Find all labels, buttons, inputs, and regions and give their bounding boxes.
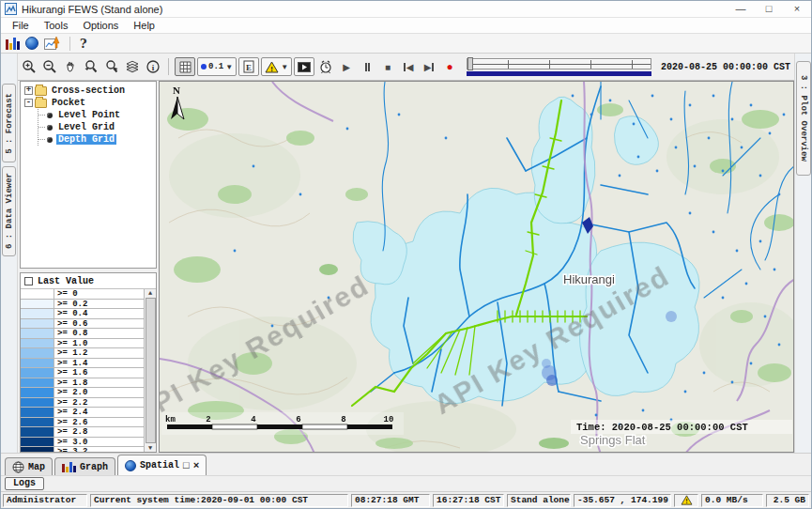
- status-warning[interactable]: !: [674, 494, 698, 507]
- expander-icon[interactable]: +: [24, 86, 33, 95]
- tab-data-viewer[interactable]: 6 : Data Viewer: [2, 166, 16, 256]
- status-user: Administrator: [3, 494, 87, 507]
- pause-button[interactable]: [358, 63, 376, 71]
- tab-spatial[interactable]: Spatial □ ×: [117, 455, 207, 475]
- map-time-label: Time: 2020-08-25 00:00:00 CST: [571, 420, 792, 434]
- collapse-icon[interactable]: -: [24, 99, 33, 107]
- main-toolbar: ?: [1, 34, 811, 54]
- legend-row[interactable]: >= 1.4: [21, 359, 144, 369]
- threshold-value: 0.1: [208, 62, 223, 71]
- zoom-out-icon[interactable]: [40, 57, 59, 76]
- time-slider-handle[interactable]: [467, 57, 473, 70]
- maximize-button[interactable]: □: [755, 1, 783, 17]
- tab-plot-overview[interactable]: 3 : Plot Overview: [796, 61, 811, 176]
- zoom-in-icon[interactable]: [20, 57, 38, 76]
- legend-swatch: [21, 398, 54, 408]
- play-button[interactable]: ▶: [337, 62, 356, 72]
- legend-row[interactable]: >= 2.8: [21, 427, 144, 438]
- legend-row[interactable]: >= 2.6: [21, 418, 144, 428]
- timeseries-chart-icon[interactable]: [6, 37, 20, 50]
- time-slider[interactable]: [467, 58, 651, 76]
- zoom-previous-icon[interactable]: [82, 57, 100, 76]
- window-title: Hikurangi FEWS (Stand alone): [22, 4, 162, 15]
- menu-tools[interactable]: Tools: [37, 20, 76, 31]
- record-button[interactable]: ●: [440, 60, 459, 73]
- right-tab-strip: 3 : Plot Overview: [794, 54, 811, 453]
- legend-editor-button[interactable]: E: [238, 57, 259, 76]
- step-forward-button[interactable]: ▶: [420, 62, 438, 72]
- tree-node-level-point[interactable]: Level Point: [38, 109, 156, 121]
- grid-display-button[interactable]: [175, 57, 195, 76]
- zoom-next-icon[interactable]: [102, 57, 121, 76]
- legend-row[interactable]: >= 3.2: [21, 447, 144, 452]
- status-gmt-time: 08:27:18 GMT: [351, 494, 430, 507]
- left-tab-strip: 5 : Forecast 6 : Data Viewer: [1, 54, 18, 453]
- globe-wire-icon: [12, 461, 24, 473]
- warning-thresholds-dropdown[interactable]: ! ▼: [261, 57, 292, 76]
- legend-row[interactable]: >= 0.4: [21, 309, 144, 319]
- legend-swatch: [21, 427, 54, 437]
- export-chart-icon[interactable]: [44, 36, 60, 51]
- stop-button[interactable]: ■: [378, 62, 397, 72]
- warning-icon: !: [681, 495, 693, 505]
- tab-map[interactable]: Map: [5, 457, 53, 475]
- scale-bar: km 2 4 6 8 10: [161, 412, 404, 435]
- legend-row[interactable]: >= 3.0: [21, 438, 144, 448]
- status-system-time: Current system time:2020-09-01 00:00 CST: [90, 494, 348, 507]
- menu-bar: File Tools Options Help: [1, 18, 811, 34]
- menu-help[interactable]: Help: [126, 20, 162, 31]
- legend-row[interactable]: >= 1.6: [21, 368, 144, 378]
- current-map-datetime: 2020-08-25 00:00:00 CST: [659, 62, 790, 72]
- legend-class-list: >= 0 >= 0.2 >= 0.4 >= 0.6 >= 0.8 >= 1.0 …: [21, 288, 156, 452]
- last-value-label: Last Value: [38, 276, 94, 286]
- tree-node-pocket[interactable]: - Pocket: [23, 97, 156, 109]
- status-coordinates: -35.657 , 174.199: [574, 494, 671, 507]
- step-back-button[interactable]: ◀: [399, 62, 418, 72]
- tree-node-depth-grid[interactable]: Depth Grid: [38, 133, 156, 146]
- minimize-button[interactable]: —: [727, 1, 755, 17]
- legend-row[interactable]: >= 1.0: [21, 339, 144, 349]
- legend-swatch: [21, 368, 54, 378]
- legend-row[interactable]: >= 2.0: [21, 388, 144, 398]
- animation-button[interactable]: [294, 57, 314, 76]
- scrollbar-thumb[interactable]: [146, 298, 156, 443]
- legend-row[interactable]: >= 1.8: [21, 378, 144, 389]
- toolbar-separator: [69, 37, 70, 51]
- info-icon[interactable]: i: [144, 57, 162, 76]
- legend-row[interactable]: >= 0.8: [21, 329, 144, 339]
- menu-file[interactable]: File: [5, 20, 37, 31]
- map-canvas[interactable]: API Key Required API Key Required Hikura…: [159, 81, 794, 453]
- tree-node-cross-section[interactable]: + Cross-section: [23, 85, 156, 97]
- svg-text:!: !: [270, 64, 273, 72]
- legend-row[interactable]: >= 0: [21, 289, 144, 300]
- close-tab-icon[interactable]: ×: [193, 460, 200, 471]
- logs-button[interactable]: Logs: [5, 477, 44, 490]
- last-value-checkbox[interactable]: [24, 277, 33, 285]
- legend-scrollbar[interactable]: ▲▼: [144, 289, 156, 452]
- legend-row[interactable]: >= 0.2: [21, 300, 144, 310]
- menu-options[interactable]: Options: [75, 20, 126, 31]
- timer-icon[interactable]: [316, 57, 335, 76]
- threshold-dot-icon: [201, 64, 207, 69]
- undock-tab-icon[interactable]: □: [183, 460, 190, 471]
- legend-swatch: [21, 447, 54, 452]
- class-threshold-dropdown[interactable]: 0.1 ▼: [197, 57, 237, 76]
- tree-node-level-grid[interactable]: Level Grid: [38, 121, 156, 133]
- legend-panel: Last Value >= 0 >= 0.2 >= 0.4 >= 0.6 >= …: [20, 272, 157, 453]
- legend-row[interactable]: >= 0.6: [21, 319, 144, 330]
- legend-row[interactable]: >= 1.2: [21, 348, 144, 359]
- legend-swatch: [21, 289, 54, 299]
- tab-forecast[interactable]: 5 : Forecast: [2, 84, 16, 162]
- legend-swatch: [21, 359, 54, 368]
- chevron-down-icon: ▼: [225, 63, 233, 71]
- legend-row[interactable]: >= 2.2: [21, 398, 144, 409]
- pan-hand-icon[interactable]: [61, 57, 80, 76]
- spatial-display-icon[interactable]: [25, 37, 38, 50]
- tab-graph[interactable]: Graph: [54, 457, 115, 475]
- legend-row[interactable]: >= 2.4: [21, 408, 144, 418]
- svg-text:Time: 2020-08-25 00:00:00 CST: Time: 2020-08-25 00:00:00 CST: [576, 422, 748, 433]
- help-button[interactable]: ?: [80, 37, 87, 51]
- svg-text:10: 10: [384, 415, 394, 424]
- layers-icon[interactable]: [123, 57, 142, 76]
- close-button[interactable]: ×: [783, 1, 811, 17]
